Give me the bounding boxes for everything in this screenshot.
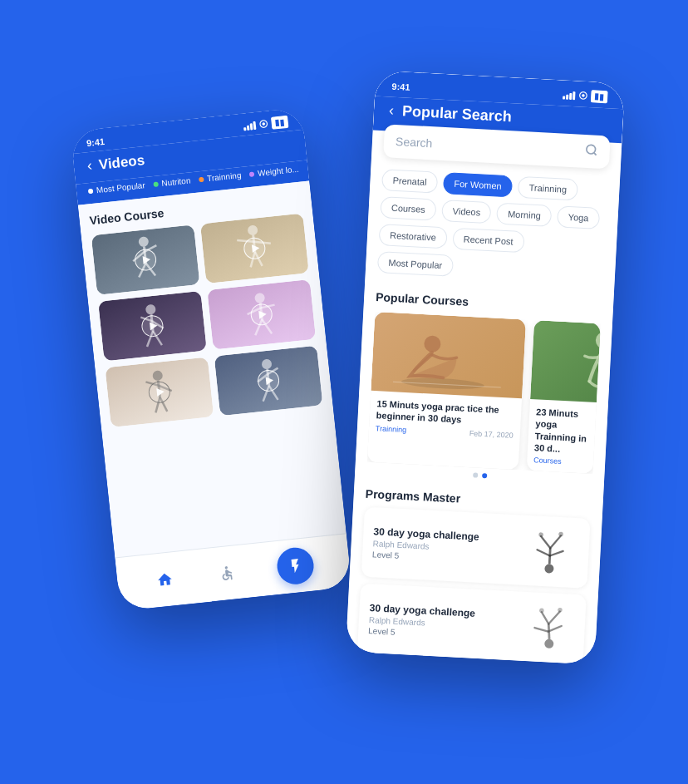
wifi-icon: ⦿: [258, 118, 268, 129]
tag-morning[interactable]: Morning: [496, 202, 552, 226]
video-thumb-5[interactable]: [105, 357, 214, 427]
svg-line-48: [550, 535, 561, 548]
tags-row-2: Courses Videos Morning Yoga: [380, 196, 607, 229]
svg-point-49: [538, 531, 543, 536]
wifi-icon-front: ⦿: [578, 90, 588, 101]
bar4f: [573, 91, 576, 99]
tag-for-women[interactable]: For Women: [443, 172, 514, 197]
filter-most-popular[interactable]: Most Popular: [87, 180, 145, 195]
tag-prenatal[interactable]: Prenatal: [381, 169, 438, 193]
svg-point-50: [558, 531, 563, 536]
page-title-front: Popular Search: [401, 102, 512, 126]
dot-white: [88, 188, 94, 194]
tag-most-popular[interactable]: Most Popular: [377, 251, 454, 277]
course-date-1: Feb 17, 2020: [469, 428, 514, 439]
svg-point-57: [539, 608, 544, 613]
programs-master-section: Programs Master 30 day yoga challenge Ra…: [346, 481, 603, 664]
filter-training[interactable]: Trainning: [199, 170, 242, 184]
bar4: [253, 121, 256, 129]
course-meta-2: Courses: [533, 456, 587, 466]
tag-yoga[interactable]: Yoga: [557, 205, 600, 229]
courses-carousel: 15 Minuts yoga prac tice the beginner in…: [367, 311, 601, 473]
dot-green: [153, 180, 159, 186]
svg-line-38: [594, 152, 597, 155]
filter-label-1: Nutriton: [161, 175, 191, 188]
svg-point-43: [544, 563, 554, 573]
course-card-1[interactable]: 15 Minuts yoga prac tice the beginner in…: [367, 311, 526, 469]
status-icons-front: ⦿ ▮▮: [563, 88, 608, 103]
signal-bars-front: [563, 90, 576, 99]
back-button-back[interactable]: ‹: [86, 156, 93, 175]
tags-row-1: Prenatal For Women Trainning: [381, 169, 608, 202]
svg-point-6: [247, 224, 258, 235]
svg-line-47: [540, 535, 551, 547]
svg-point-42: [595, 331, 601, 348]
program-info-2: 30 day yoga challenge Ralph Edwards Leve…: [368, 602, 475, 641]
tag-courses[interactable]: Courses: [380, 196, 436, 220]
time-front: 9:41: [391, 81, 410, 91]
nav-accessible[interactable]: [214, 560, 240, 586]
course-figure-1: [384, 312, 513, 397]
svg-line-53: [534, 627, 548, 631]
dot-orange: [199, 176, 204, 182]
tag-recent-post[interactable]: Recent Post: [452, 227, 524, 252]
course-card-2[interactable]: 23 Minuts yoga Trainning in 30 d... Cour…: [527, 320, 601, 474]
battery-icon-front: ▮▮: [591, 90, 608, 103]
svg-point-40: [424, 335, 441, 353]
svg-point-18: [254, 292, 265, 303]
course-img-1: [371, 311, 526, 397]
svg-point-30: [261, 358, 272, 369]
popular-courses-section: Popular Courses: [355, 281, 614, 495]
phone-back: 9:41 ⦿ ▮▮ ‹ Videos: [70, 106, 351, 610]
video-thumb-3[interactable]: [98, 290, 207, 361]
accessible-icon: [218, 564, 236, 582]
course-img-2: [530, 320, 601, 407]
search-icon[interactable]: [584, 142, 598, 160]
program-figure-1: [519, 525, 580, 578]
home-icon: [156, 570, 174, 589]
bar1f: [563, 95, 565, 98]
page-title-back: Videos: [98, 151, 145, 173]
video-thumb-1[interactable]: [91, 224, 200, 295]
bar1: [243, 126, 246, 130]
tags-section: Prenatal For Women Trainning Courses Vid…: [365, 156, 620, 293]
program-item-1[interactable]: 30 day yoga challenge Ralph Edwards Leve…: [361, 506, 591, 588]
nav-home[interactable]: [152, 566, 178, 592]
tag-videos[interactable]: Videos: [441, 200, 492, 224]
svg-point-0: [138, 236, 149, 247]
svg-point-37: [587, 145, 596, 154]
filter-nutrition[interactable]: Nutriton: [153, 175, 191, 189]
svg-point-36: [224, 565, 228, 569]
svg-line-54: [548, 624, 561, 631]
filter-weight[interactable]: Weight lo...: [249, 164, 300, 178]
svg-line-45: [537, 549, 550, 555]
video-thumb-2[interactable]: [200, 213, 309, 284]
yoga-handstand-2: [518, 604, 574, 652]
status-icons-back: ⦿ ▮▮: [243, 115, 288, 132]
course-body-2: 23 Minuts yoga Trainning in 30 d... Cour…: [527, 398, 597, 473]
nav-fab-lightning[interactable]: [275, 545, 315, 585]
course-body-1: 15 Minuts yoga prac tice the beginner in…: [368, 390, 522, 446]
tags-row-3: Restorative Recent Post Most Popular: [377, 224, 606, 284]
program-item-2[interactable]: 30 day yoga challenge Ralph Edwards Leve…: [357, 583, 587, 664]
filter-label-0: Most Popular: [96, 180, 145, 195]
battery-icon: ▮▮: [271, 115, 288, 129]
back-button-front[interactable]: ‹: [388, 101, 394, 119]
popular-courses-title: Popular Courses: [376, 290, 602, 315]
svg-point-12: [145, 303, 156, 314]
filter-label-2: Trainning: [207, 170, 242, 183]
svg-line-46: [549, 550, 563, 555]
course-name-1: 15 Minuts yoga prac tice the beginner in…: [376, 397, 514, 428]
video-thumb-4[interactable]: [207, 279, 316, 350]
video-thumb-6[interactable]: [214, 345, 323, 416]
dot-purple: [249, 170, 255, 176]
tag-restorative[interactable]: Restorative: [379, 224, 448, 249]
phone-front: 9:41 ⦿ ▮▮ ‹ Popular Search: [346, 70, 625, 664]
program-info-1: 30 day yoga challenge Ralph Edwards Leve…: [372, 525, 479, 565]
bar3f: [569, 92, 572, 99]
time-back: 9:41: [86, 136, 105, 147]
svg-point-58: [558, 607, 563, 612]
course-tag-1: Trainning: [376, 423, 407, 433]
video-grid: [91, 213, 323, 427]
tag-trainning[interactable]: Trainning: [518, 175, 578, 200]
